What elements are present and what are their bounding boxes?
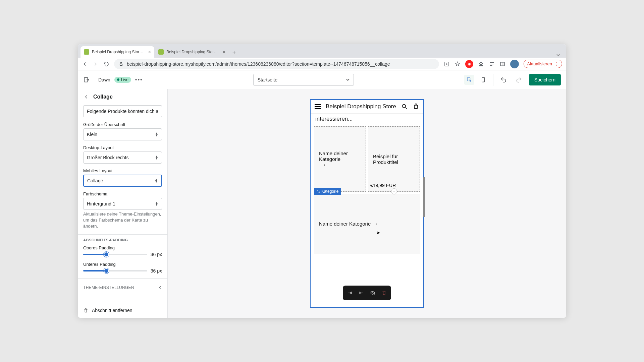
arrow-right-icon: → xyxy=(321,162,361,168)
store-name: Beispiel Dropshipping Store xyxy=(326,103,396,110)
padding-top-slider[interactable] xyxy=(83,254,147,255)
select-chevron-icon: ▲▼ xyxy=(155,202,158,206)
reading-list-icon[interactable] xyxy=(489,61,495,67)
editor-toolbar: Dawn Live ••• Startseite Speichern xyxy=(78,70,566,89)
padding-bottom-value: 36 px xyxy=(151,268,162,274)
remove-section-button[interactable]: Abschnitt entfernen xyxy=(78,303,167,318)
padding-bottom-label: Unteres Padding xyxy=(83,262,162,267)
update-button[interactable]: Aktualisieren ⋮ xyxy=(524,60,562,68)
theme-name: Dawn xyxy=(98,77,110,82)
svg-point-8 xyxy=(402,105,406,108)
color-scheme-select[interactable]: Hintergrund 1▲▼ xyxy=(83,198,162,210)
color-scheme-help: Aktualisiere deine Theme-Einstellungen, … xyxy=(83,211,162,230)
product-price: €19,99 EUR xyxy=(370,183,396,188)
desktop-layout-select[interactable]: Großer Block rechts▲▼ xyxy=(83,152,162,164)
shopify-favicon xyxy=(158,49,164,55)
browser-tab-active[interactable]: Beispiel Dropshipping Store · D × xyxy=(80,46,154,58)
browser-address-bar: beispiel-dropshipping-store.myshopify.co… xyxy=(78,58,566,70)
arrow-right-icon: → xyxy=(373,221,378,227)
chevron-left-icon xyxy=(158,286,162,290)
svg-rect-0 xyxy=(120,64,122,65)
theme-settings-toggle[interactable]: THEME-EINSTELLUNGEN xyxy=(83,282,162,293)
shopify-favicon xyxy=(84,49,89,55)
category-name: Name deiner Kategorie xyxy=(319,150,361,162)
cursor-icon: ➤ xyxy=(376,230,380,235)
collage-block-category-large[interactable]: Name deiner Kategorie→ ➤ xyxy=(314,194,420,254)
preview-canvas: Beispiel Dropshipping Store interessiere… xyxy=(168,89,566,318)
mobile-layout-select[interactable]: Collage▲▼ xyxy=(83,175,162,187)
extensions-icon[interactable] xyxy=(478,61,484,67)
install-icon[interactable] xyxy=(444,61,450,67)
close-tab-icon[interactable]: × xyxy=(148,49,151,55)
chevron-down-icon[interactable] xyxy=(555,52,561,58)
add-block-handle[interactable]: + xyxy=(391,188,397,194)
star-icon[interactable] xyxy=(454,61,461,67)
desktop-layout-label: Desktop-Layout xyxy=(83,145,162,150)
menu-icon[interactable] xyxy=(315,104,321,109)
tab-title: Beispiel Dropshipping Store · E xyxy=(166,50,220,54)
redo-icon[interactable] xyxy=(514,74,524,85)
heading-size-label: Größe der Überschrift xyxy=(83,122,162,127)
exit-editor-icon[interactable] xyxy=(83,76,90,83)
collage-section: Name deiner Kategorie→ Kategorie Beispie… xyxy=(311,124,423,254)
move-up-icon[interactable] xyxy=(344,288,356,298)
browser-tab-strip: Beispiel Dropshipping Store · D × Beispi… xyxy=(78,44,566,58)
move-down-icon[interactable] xyxy=(356,288,367,298)
svg-point-7 xyxy=(483,81,484,81)
live-status-badge: Live xyxy=(114,77,131,83)
chevron-down-icon xyxy=(346,78,350,81)
delete-icon[interactable] xyxy=(378,288,390,298)
select-chevron-icon: ▲▼ xyxy=(155,156,158,160)
color-scheme-label: Farbschema xyxy=(83,191,162,196)
sidebar-title: Collage xyxy=(93,94,113,100)
cart-icon[interactable] xyxy=(413,103,419,110)
padding-bottom-slider[interactable] xyxy=(83,270,147,272)
back-icon[interactable] xyxy=(83,94,89,100)
block-action-bar xyxy=(343,286,391,300)
url-input[interactable]: beispiel-dropshipping-store.myshopify.co… xyxy=(114,59,439,69)
heading-size-select[interactable]: Klein▲▼ xyxy=(83,128,162,140)
scrollbar[interactable] xyxy=(423,177,425,217)
extension-badge[interactable]: ◉ xyxy=(465,60,473,68)
expand-icon xyxy=(317,190,320,193)
trash-icon xyxy=(83,308,89,313)
select-chevron-icon: ▲▼ xyxy=(155,132,158,136)
mobile-preview[interactable]: Beispiel Dropshipping Store interessiere… xyxy=(310,99,424,308)
page-selector-value: Startseite xyxy=(258,77,277,82)
save-button[interactable]: Speichern xyxy=(529,74,561,85)
block-type-tag[interactable]: Kategorie xyxy=(314,188,341,195)
padding-top-label: Oberes Padding xyxy=(83,245,162,250)
lock-icon xyxy=(119,62,123,66)
profile-avatar[interactable] xyxy=(510,60,519,68)
category-name: Name deiner Kategorie xyxy=(319,221,371,227)
storefront-header: Beispiel Dropshipping Store xyxy=(311,100,423,114)
page-selector[interactable]: Startseite xyxy=(253,74,354,86)
padding-top-value: 36 px xyxy=(151,252,162,257)
sidepanel-icon[interactable] xyxy=(499,61,505,67)
new-tab-button[interactable]: + xyxy=(229,48,239,58)
select-chevron-icon: ▲▼ xyxy=(155,179,158,183)
search-icon[interactable] xyxy=(401,103,408,110)
update-label: Aktualisieren xyxy=(527,61,552,66)
more-actions-icon[interactable]: ••• xyxy=(135,77,143,83)
inspector-icon[interactable] xyxy=(464,75,474,85)
url-text: beispiel-dropshipping-store.myshopify.co… xyxy=(127,61,390,67)
mobile-layout-label: Mobiles Layout xyxy=(83,168,162,173)
collage-block-product[interactable]: Beispiel für Produkttitel €19,99 EUR + xyxy=(368,126,420,192)
forward-icon[interactable] xyxy=(93,61,99,67)
svg-rect-2 xyxy=(500,62,504,66)
close-tab-icon[interactable]: × xyxy=(223,49,225,55)
product-title: Beispiel für Produkttitel xyxy=(373,154,415,165)
padding-section-label: ABSCHNITTS-PADDING xyxy=(83,238,162,242)
back-icon[interactable] xyxy=(82,61,88,67)
hide-icon[interactable] xyxy=(367,288,378,298)
tab-title: Beispiel Dropshipping Store · D xyxy=(92,50,146,54)
section-heading-partial: interessieren... xyxy=(311,114,423,124)
settings-sidebar: Collage Folgende Produkte könnten dich a… xyxy=(78,89,168,318)
reload-icon[interactable] xyxy=(103,61,109,67)
browser-tab[interactable]: Beispiel Dropshipping Store · E × xyxy=(155,46,229,58)
undo-icon[interactable] xyxy=(498,74,509,85)
mobile-view-icon[interactable] xyxy=(478,75,488,85)
heading-input[interactable]: Folgende Produkte könnten dich auch xyxy=(83,105,162,117)
collage-block-category[interactable]: Name deiner Kategorie→ Kategorie xyxy=(314,126,366,192)
